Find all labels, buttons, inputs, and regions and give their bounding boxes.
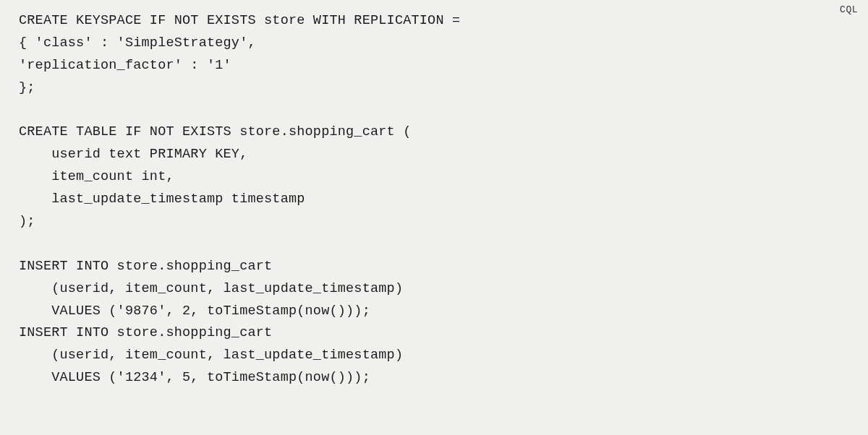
code-content[interactable]: CREATE KEYSPACE IF NOT EXISTS store WITH…: [19, 10, 849, 389]
language-label: CQL: [840, 4, 858, 15]
code-block: CQL CREATE KEYSPACE IF NOT EXISTS store …: [0, 0, 868, 435]
